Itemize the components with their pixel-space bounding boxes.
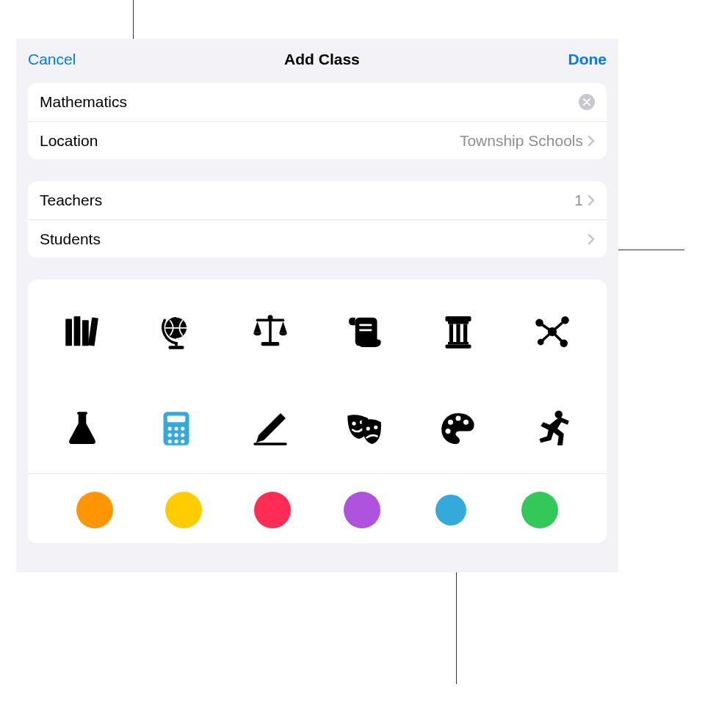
svg-rect-19 <box>448 342 469 345</box>
svg-point-36 <box>168 433 172 437</box>
molecule-icon[interactable] <box>529 309 575 354</box>
svg-point-37 <box>174 433 178 437</box>
cancel-button[interactable]: Cancel <box>28 51 76 68</box>
class-info-section: Location Township Schools <box>28 83 607 159</box>
location-row[interactable]: Location Township Schools <box>28 121 607 159</box>
palette-icon[interactable] <box>435 406 481 451</box>
color-blue[interactable] <box>433 492 469 528</box>
divider <box>28 473 607 474</box>
svg-rect-17 <box>456 324 460 343</box>
svg-rect-16 <box>449 324 453 343</box>
color-yellow[interactable] <box>165 492 202 528</box>
svg-point-41 <box>181 440 184 443</box>
color-green[interactable] <box>521 492 558 528</box>
svg-line-27 <box>552 320 565 332</box>
svg-rect-3 <box>88 317 98 346</box>
svg-rect-5 <box>175 342 178 346</box>
svg-line-29 <box>540 332 552 342</box>
svg-point-50 <box>446 429 451 434</box>
add-class-panel: Cancel Add Class Done Location Township … <box>16 39 618 572</box>
svg-rect-32 <box>167 416 186 423</box>
svg-rect-13 <box>359 330 372 332</box>
svg-rect-0 <box>65 319 72 346</box>
location-label: Location <box>40 132 98 150</box>
svg-point-38 <box>181 433 184 437</box>
class-name-row[interactable] <box>28 83 607 121</box>
svg-point-39 <box>168 440 172 443</box>
scroll-icon[interactable] <box>341 309 387 354</box>
flask-icon[interactable] <box>59 406 105 451</box>
page-title: Add Class <box>284 51 360 68</box>
clear-text-icon[interactable] <box>579 94 595 110</box>
svg-point-46 <box>374 426 377 429</box>
running-icon[interactable] <box>529 406 575 451</box>
svg-rect-14 <box>446 316 471 321</box>
svg-rect-15 <box>448 321 469 324</box>
chevron-right-icon <box>588 135 595 147</box>
done-button[interactable]: Done <box>568 51 607 68</box>
calculator-icon[interactable] <box>153 406 199 451</box>
people-section: Teachers 1 Students <box>28 181 607 258</box>
color-grid <box>43 492 592 528</box>
svg-line-26 <box>540 323 553 332</box>
location-value: Township Schools <box>460 132 583 150</box>
color-purple[interactable] <box>344 492 380 528</box>
teachers-row[interactable]: Teachers 1 <box>28 181 607 219</box>
svg-rect-10 <box>261 342 280 346</box>
svg-point-51 <box>555 411 563 419</box>
svg-point-34 <box>174 426 178 430</box>
books-icon[interactable] <box>59 309 105 354</box>
svg-point-45 <box>366 426 370 430</box>
svg-point-35 <box>181 426 184 430</box>
students-row[interactable]: Students <box>28 219 607 258</box>
icon-grid <box>43 302 592 473</box>
svg-rect-30 <box>77 412 87 415</box>
svg-point-9 <box>268 315 273 320</box>
color-orange[interactable] <box>76 492 113 528</box>
class-name-input[interactable] <box>40 93 579 111</box>
svg-rect-20 <box>446 345 471 349</box>
appearance-section <box>28 280 607 543</box>
svg-rect-6 <box>169 346 184 349</box>
svg-point-33 <box>168 426 172 430</box>
svg-point-43 <box>352 421 355 425</box>
svg-point-40 <box>174 440 178 443</box>
svg-rect-18 <box>463 324 467 343</box>
svg-point-47 <box>448 420 453 425</box>
callout-line-bottom <box>456 559 457 684</box>
column-icon[interactable] <box>435 309 481 354</box>
chevron-right-icon <box>588 194 595 206</box>
students-label: Students <box>40 230 101 248</box>
svg-point-49 <box>463 420 469 425</box>
svg-rect-12 <box>359 324 372 327</box>
svg-rect-2 <box>82 320 89 346</box>
teachers-label: Teachers <box>40 192 102 209</box>
globe-icon[interactable] <box>153 309 199 354</box>
svg-rect-1 <box>74 316 81 346</box>
pencil-icon[interactable] <box>247 406 293 451</box>
teachers-count: 1 <box>574 192 583 209</box>
scales-icon[interactable] <box>247 309 293 354</box>
drama-masks-icon[interactable] <box>341 406 387 451</box>
nav-bar: Cancel Add Class Done <box>16 39 618 80</box>
svg-point-48 <box>456 416 461 421</box>
svg-line-28 <box>552 332 564 343</box>
color-pink[interactable] <box>254 492 291 528</box>
chevron-right-icon <box>588 233 595 245</box>
